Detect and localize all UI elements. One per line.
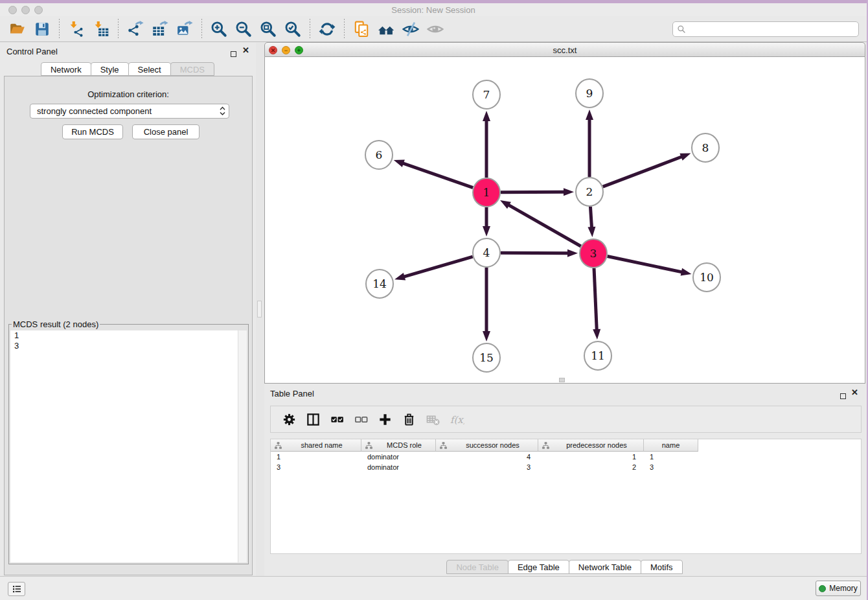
zoom-out-icon[interactable] [231,18,256,40]
mcds-result-text[interactable]: 13 [10,330,247,562]
zoom-in-icon[interactable] [207,18,231,40]
tab-network[interactable]: Network [41,62,91,76]
table-cell[interactable]: 3 [644,463,698,471]
save-session-icon[interactable] [30,18,54,40]
memory-button[interactable]: Memory [816,581,861,596]
splitter-grip[interactable] [257,301,262,317]
graph-edge[interactable] [608,257,692,276]
close-panel-icon[interactable]: ✕ [242,47,249,54]
table-cell[interactable]: 3 [436,463,538,471]
graph-node-6[interactable]: 6 [365,141,393,169]
table-cell[interactable]: 1 [644,453,698,461]
tab-network-table[interactable]: Network Table [569,560,641,574]
delete-column-icon[interactable] [397,409,421,430]
float-table-panel-icon[interactable] [840,390,846,402]
graph-edge[interactable] [394,160,473,188]
column-header-MCDS-role[interactable]: MCDS role [361,439,436,452]
tab-select[interactable]: Select [128,62,171,76]
network-view-title: scc.txt [265,45,865,55]
refresh-network-icon[interactable] [315,18,339,40]
graph-node-14[interactable]: 14 [366,270,393,298]
graph-edge[interactable] [603,154,691,187]
hide-selected-icon[interactable] [398,18,423,40]
tab-node-table[interactable]: Node Table [446,560,508,574]
export-image-icon[interactable] [172,18,197,40]
table-settings-icon[interactable] [277,409,301,430]
graph-edge[interactable] [501,249,578,257]
graph-node-11[interactable]: 11 [584,341,611,370]
tab-edge-table[interactable]: Edge Table [508,560,569,574]
search-input[interactable] [689,24,854,34]
graph-edge[interactable] [588,207,595,237]
deselect-all-rows-icon[interactable] [349,409,373,430]
network-canvas[interactable]: 7968124314101511 [264,57,865,384]
list-icon [12,584,22,594]
canvas-resize-grip[interactable] [559,378,565,382]
graph-node-9[interactable]: 9 [576,79,603,108]
open-session-icon[interactable] [5,18,30,40]
graph-edge[interactable] [593,268,600,340]
graph-node-10[interactable]: 10 [693,263,720,292]
table-cell[interactable]: 3 [271,463,361,471]
optimization-criterion-select[interactable]: strongly connected component [30,104,229,119]
column-header-shared-name[interactable]: shared name [271,439,361,452]
split-panel-icon[interactable] [301,409,325,430]
clone-network-icon[interactable] [349,18,374,40]
zoom-fit-icon[interactable] [256,18,280,40]
graph-edge[interactable] [483,207,490,237]
node-label: 11 [591,349,605,362]
graph-edge[interactable] [394,257,473,280]
tab-motifs[interactable]: Motifs [641,560,683,574]
run-mcds-button[interactable]: Run MCDS [62,124,123,139]
mcds-result-title: MCDS result (2 nodes) [12,319,100,329]
show-hidden-icon [423,18,448,40]
task-history-button[interactable] [8,582,25,596]
column-header-successor-nodes[interactable]: successor nodes [436,439,538,452]
graph-node-15[interactable]: 15 [473,343,500,372]
graph-node-4[interactable]: 4 [473,238,500,267]
zoom-selected-icon[interactable] [280,18,305,40]
table-cell[interactable]: dominator [361,453,436,461]
graph-edge[interactable] [586,110,593,177]
close-panel-button[interactable]: Close panel [132,124,200,139]
shared-column-icon [439,441,448,450]
graph-edge[interactable] [483,111,490,178]
export-table-icon[interactable] [148,18,172,40]
shared-column-icon [542,441,550,450]
select-all-rows-icon[interactable] [325,409,349,430]
float-panel-icon[interactable] [231,48,236,60]
table-row[interactable]: 3dominator323 [271,462,861,472]
column-header-name[interactable]: name [644,439,698,452]
panel-splitter[interactable] [256,43,264,577]
first-neighbors-icon[interactable] [374,18,398,40]
import-network-icon[interactable] [64,18,89,40]
graph-node-1[interactable]: 1 [473,178,500,207]
mcds-result-box: MCDS result (2 nodes) 13 [8,319,249,564]
tab-mcds[interactable]: MCDS [170,62,214,76]
table-cell[interactable]: dominator [361,463,436,471]
table-cell[interactable]: 4 [436,453,538,461]
add-column-icon[interactable] [373,409,397,430]
table-cell[interactable]: 1 [271,453,361,461]
table-toolbar: f(x) [270,406,862,433]
column-header-predecessor-nodes[interactable]: predecessor nodes [538,439,644,452]
search-icon [677,25,686,34]
graph-edge[interactable] [483,268,490,341]
graph-node-3[interactable]: 3 [580,239,607,268]
toolbar-separator [201,19,202,40]
table-cell[interactable]: 2 [538,463,644,471]
import-table-icon[interactable] [89,18,113,40]
export-network-icon[interactable] [123,18,148,40]
graph-edge[interactable] [500,200,581,246]
graph-node-2[interactable]: 2 [576,178,603,206]
graph-edge[interactable] [501,188,574,196]
graph-node-8[interactable]: 8 [692,133,719,162]
table-row[interactable]: 1dominator411 [271,452,861,462]
table-cell[interactable]: 1 [538,453,644,461]
scrollbar[interactable] [238,330,247,562]
close-table-panel-icon[interactable]: ✕ [851,389,858,396]
graph-node-7[interactable]: 7 [473,80,500,109]
toolbar-separator [59,19,60,40]
node-label: 14 [372,277,387,290]
tab-style[interactable]: Style [91,62,129,76]
